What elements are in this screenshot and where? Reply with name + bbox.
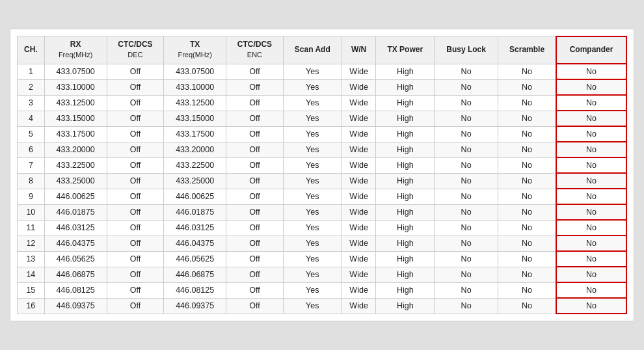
cell-r15-c0: 16 xyxy=(18,298,45,314)
cell-r14-c0: 15 xyxy=(18,282,45,298)
table-row[interactable]: 14446.06875Off446.06875OffYesWideHighNoN… xyxy=(18,267,627,282)
table-row[interactable]: 16446.09375Off446.09375OffYesWideHighNoN… xyxy=(18,298,627,314)
cell-r4-c3: 433.17500 xyxy=(164,126,226,142)
cell-r1-c6: Wide xyxy=(342,79,376,95)
col-header-9: Scramble xyxy=(498,36,556,64)
cell-r7-c6: Wide xyxy=(342,173,376,189)
table-row[interactable]: 2433.10000Off433.10000OffYesWideHighNoNo… xyxy=(18,79,627,95)
cell-r9-c5: Yes xyxy=(283,204,342,220)
cell-r5-c8: No xyxy=(435,142,498,157)
cell-r13-c8: No xyxy=(435,267,498,282)
cell-r2-c7: High xyxy=(376,95,435,111)
cell-r11-c7: High xyxy=(376,236,435,251)
cell-r4-c8: No xyxy=(435,126,498,142)
cell-r13-c3: 446.06875 xyxy=(164,267,226,282)
cell-r0-c0: 1 xyxy=(18,64,45,79)
cell-r12-c5: Yes xyxy=(283,251,342,267)
cell-r1-c4: Off xyxy=(226,79,284,95)
cell-r10-c9: No xyxy=(498,220,556,236)
table-row[interactable]: 1433.07500Off433.07500OffYesWideHighNoNo… xyxy=(18,64,627,79)
cell-r1-c5: Yes xyxy=(283,79,342,95)
table-row[interactable]: 12446.04375Off446.04375OffYesWideHighNoN… xyxy=(18,236,627,251)
table-row[interactable]: 9446.00625Off446.00625OffYesWideHighNoNo… xyxy=(18,189,627,204)
channel-table: CH.RXFreq(MHz)CTC/DCSDECTXFreq(MHz)CTC/D… xyxy=(17,36,627,314)
cell-r2-c0: 3 xyxy=(18,95,45,111)
table-row[interactable]: 15446.08125Off446.08125OffYesWideHighNoN… xyxy=(18,282,627,298)
cell-r0-c2: Off xyxy=(107,64,164,79)
cell-r5-c0: 6 xyxy=(18,142,45,157)
cell-r3-c8: No xyxy=(435,111,498,126)
cell-r3-c6: Wide xyxy=(342,111,376,126)
cell-r3-c0: 4 xyxy=(18,111,45,126)
cell-r8-c6: Wide xyxy=(342,189,376,204)
cell-r2-c1: 433.12500 xyxy=(44,95,107,111)
cell-r13-c9: No xyxy=(498,267,556,282)
table-row[interactable]: 13446.05625Off446.05625OffYesWideHighNoN… xyxy=(18,251,627,267)
cell-r12-c2: Off xyxy=(107,251,164,267)
cell-r11-c3: 446.04375 xyxy=(164,236,226,251)
cell-r10-c0: 11 xyxy=(18,220,45,236)
table-row[interactable]: 7433.22500Off433.22500OffYesWideHighNoNo… xyxy=(18,157,627,173)
cell-r11-c9: No xyxy=(498,236,556,251)
cell-r8-c9: No xyxy=(498,189,556,204)
cell-r11-c6: Wide xyxy=(342,236,376,251)
cell-r0-c5: Yes xyxy=(283,64,342,79)
table-row[interactable]: 11446.03125Off446.03125OffYesWideHighNoN… xyxy=(18,220,627,236)
cell-r6-c2: Off xyxy=(107,157,164,173)
cell-r5-c10: No xyxy=(556,142,626,157)
table-row[interactable]: 4433.15000Off433.15000OffYesWideHighNoNo… xyxy=(18,111,627,126)
cell-r0-c4: Off xyxy=(226,64,284,79)
cell-r5-c5: Yes xyxy=(283,142,342,157)
table-row[interactable]: 8433.25000Off433.25000OffYesWideHighNoNo… xyxy=(18,173,627,189)
cell-r5-c1: 433.20000 xyxy=(44,142,107,157)
col-header-3: TXFreq(MHz) xyxy=(164,36,226,64)
cell-r14-c7: High xyxy=(376,282,435,298)
cell-r1-c8: No xyxy=(435,79,498,95)
cell-r4-c5: Yes xyxy=(283,126,342,142)
cell-r10-c4: Off xyxy=(226,220,284,236)
cell-r1-c10: No xyxy=(556,79,626,95)
cell-r3-c1: 433.15000 xyxy=(44,111,107,126)
cell-r6-c7: High xyxy=(376,157,435,173)
table-row[interactable]: 5433.17500Off433.17500OffYesWideHighNoNo… xyxy=(18,126,627,142)
table-row[interactable]: 10446.01875Off446.01875OffYesWideHighNoN… xyxy=(18,204,627,220)
cell-r7-c5: Yes xyxy=(283,173,342,189)
cell-r0-c9: No xyxy=(498,64,556,79)
cell-r13-c1: 446.06875 xyxy=(44,267,107,282)
cell-r12-c0: 13 xyxy=(18,251,45,267)
cell-r15-c5: Yes xyxy=(283,298,342,314)
table-row[interactable]: 6433.20000Off433.20000OffYesWideHighNoNo… xyxy=(18,142,627,157)
cell-r3-c10: No xyxy=(556,111,626,126)
cell-r0-c1: 433.07500 xyxy=(44,64,107,79)
cell-r14-c6: Wide xyxy=(342,282,376,298)
cell-r9-c10: No xyxy=(556,204,626,220)
cell-r8-c5: Yes xyxy=(283,189,342,204)
cell-r2-c2: Off xyxy=(107,95,164,111)
col-header-2: CTC/DCSDEC xyxy=(107,36,164,64)
cell-r2-c6: Wide xyxy=(342,95,376,111)
cell-r13-c6: Wide xyxy=(342,267,376,282)
cell-r5-c6: Wide xyxy=(342,142,376,157)
cell-r8-c1: 446.00625 xyxy=(44,189,107,204)
cell-r12-c7: High xyxy=(376,251,435,267)
cell-r2-c9: No xyxy=(498,95,556,111)
cell-r3-c3: 433.15000 xyxy=(164,111,226,126)
cell-r10-c8: No xyxy=(435,220,498,236)
cell-r9-c1: 446.01875 xyxy=(44,204,107,220)
cell-r5-c7: High xyxy=(376,142,435,157)
cell-r5-c9: No xyxy=(498,142,556,157)
col-header-1: RXFreq(MHz) xyxy=(44,36,107,64)
cell-r6-c4: Off xyxy=(226,157,284,173)
cell-r5-c3: 433.20000 xyxy=(164,142,226,157)
table-row[interactable]: 3433.12500Off433.12500OffYesWideHighNoNo… xyxy=(18,95,627,111)
col-header-6: W/N xyxy=(342,36,376,64)
cell-r10-c5: Yes xyxy=(283,220,342,236)
cell-r10-c6: Wide xyxy=(342,220,376,236)
cell-r11-c10: No xyxy=(556,236,626,251)
cell-r13-c2: Off xyxy=(107,267,164,282)
cell-r6-c0: 7 xyxy=(18,157,45,173)
cell-r7-c8: No xyxy=(435,173,498,189)
col-header-5: Scan Add xyxy=(283,36,342,64)
col-header-0: CH. xyxy=(18,36,45,64)
cell-r8-c8: No xyxy=(435,189,498,204)
